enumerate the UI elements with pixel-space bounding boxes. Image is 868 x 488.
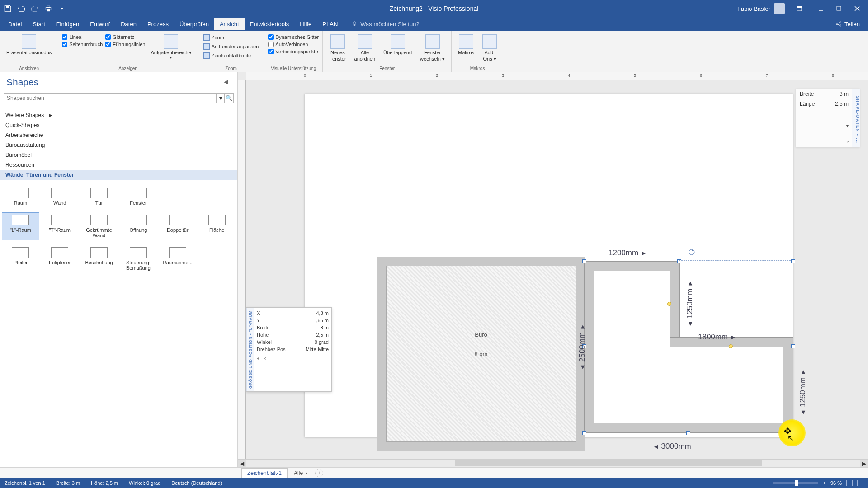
window-button[interactable]: Fensterwechseln ▾ — [417, 33, 448, 63]
maximize-button[interactable] — [832, 3, 846, 14]
zoom-level[interactable]: 96 % — [830, 480, 842, 486]
sp-row[interactable]: Breite3 m — [257, 324, 329, 331]
shape-master[interactable]: "L"-Raum — [2, 212, 39, 240]
menu-ansicht[interactable]: Ansicht — [214, 18, 245, 30]
zoom-item[interactable]: An Fenster anpassen — [202, 42, 261, 51]
horizontal-scrollbar[interactable]: ◀ ▶ — [238, 459, 868, 467]
share-button[interactable]: Teilen — [830, 19, 865, 29]
menu-datei[interactable]: Datei — [3, 18, 27, 30]
menu-hilfe[interactable]: Hilfe — [294, 18, 317, 30]
stencil-item[interactable]: Wände, Türen und Fenster — [0, 170, 237, 180]
shape-master[interactable]: Gekrümmte Wand — [80, 212, 118, 240]
shape-master[interactable]: Raumabme... — [159, 245, 196, 273]
shape-master[interactable]: Raum — [2, 185, 39, 208]
checkbox-seitenumbruch[interactable]: Seitenumbruch — [62, 42, 103, 47]
checkbox-autoverbinden[interactable]: AutoVerbinden — [268, 42, 319, 47]
sp-row[interactable]: Y1,65 m — [257, 317, 329, 324]
window-button[interactable]: Überlappend — [381, 33, 415, 58]
macros-button[interactable]: Makros — [455, 33, 477, 58]
menu-daten[interactable]: Daten — [115, 18, 142, 30]
rotate-handle-icon[interactable] — [688, 249, 695, 256]
checkbox-dynamisches-gitter[interactable]: Dynamisches Gitter — [268, 34, 319, 40]
zoom-slider[interactable] — [773, 482, 818, 484]
sd-row[interactable]: Breite3 m — [796, 89, 859, 99]
undo-icon[interactable] — [17, 5, 25, 13]
shape-master[interactable]: Doppeltür — [159, 212, 196, 240]
menu-überprüfen[interactable]: Überprüfen — [174, 18, 214, 30]
room-buero[interactable]: Büro 8 qm — [377, 257, 585, 451]
menu-start[interactable]: Start — [27, 18, 50, 30]
status-language[interactable]: Deutsch (Deutschland) — [171, 480, 222, 486]
sd-row[interactable]: Länge2,5 m — [796, 99, 859, 109]
stencil-item[interactable]: Ressourcen — [0, 160, 237, 170]
menu-plan[interactable]: PLAN — [317, 18, 343, 30]
scroll-left-icon[interactable]: ◀ — [238, 460, 246, 467]
shape-master[interactable]: Beschriftung — [80, 245, 118, 273]
tell-me-search[interactable] — [348, 19, 445, 29]
window-button[interactable]: NeuesFenster — [326, 33, 349, 63]
search-go-icon[interactable]: 🔍 — [225, 93, 234, 103]
shape-data-panel[interactable]: Breite3 mLänge2,5 m SHAPE-DATEN - ... ▼ … — [796, 89, 860, 147]
shape-master[interactable]: Öffnung — [120, 212, 157, 240]
stencil-item[interactable]: Weitere Shapes▶ — [0, 110, 237, 120]
sp-add-icon[interactable]: + — [257, 356, 259, 361]
zoom-out-icon[interactable]: − — [766, 480, 769, 486]
macros-button[interactable]: Add-Ons ▾ — [480, 33, 500, 63]
sp-close-icon[interactable]: × — [263, 356, 266, 361]
shape-master[interactable]: Fläche — [198, 212, 236, 240]
scroll-thumb[interactable] — [455, 460, 762, 466]
shape-master[interactable]: Fenster — [120, 185, 157, 208]
zoom-in-icon[interactable]: + — [823, 480, 826, 486]
all-pages-button[interactable]: Alle ▲ — [290, 470, 312, 476]
sd-expand-icon[interactable]: ▼ — [845, 124, 849, 128]
menu-einfügen[interactable]: Einfügen — [51, 18, 85, 30]
shapes-search-input[interactable] — [4, 93, 217, 103]
shape-master[interactable]: Steuerung: Bemaßung — [120, 245, 157, 273]
scroll-right-icon[interactable]: ▶ — [860, 460, 868, 467]
qat-customize-icon[interactable]: ▾ — [58, 5, 66, 13]
sp-row[interactable]: Drehbez PosMitte-Mitte — [257, 346, 329, 353]
task-panes-button[interactable]: Aufgabenbereiche▾ — [148, 33, 193, 62]
menu-prozess[interactable]: Prozess — [142, 18, 174, 30]
shape-master[interactable]: Wand — [41, 185, 79, 208]
close-button[interactable] — [850, 3, 864, 14]
checkbox-führungslinien[interactable]: Führungslinien — [105, 42, 145, 47]
drawing-page[interactable]: Büro 8 qm — [305, 94, 793, 437]
checkbox-lineal[interactable]: Lineal — [62, 34, 103, 40]
user-account[interactable]: Fabio Basler — [737, 3, 785, 14]
size-position-panel[interactable]: GRÖSSE UND POSITION - "L"-RAUM X4,8 mY1,… — [246, 307, 332, 392]
stencil-item[interactable]: Quick-Shapes — [0, 120, 237, 130]
collapse-panel-icon[interactable]: ◀ — [224, 79, 231, 86]
page-tab[interactable]: Zeichenblatt-1 — [241, 468, 288, 478]
checkbox-gitternetz[interactable]: Gitternetz — [105, 34, 145, 40]
stencil-item[interactable]: Büroausstattung — [0, 140, 237, 150]
window-button[interactable]: Alleanordnen — [352, 33, 378, 63]
search-dropdown-icon[interactable]: ▾ — [217, 93, 225, 103]
sd-close-icon[interactable]: × — [847, 139, 849, 144]
stencil-item[interactable]: Arbeitsbereiche — [0, 130, 237, 140]
save-icon[interactable] — [4, 5, 12, 13]
shape-master[interactable]: Pfeiler — [2, 245, 39, 273]
macro-record-icon[interactable] — [233, 480, 239, 486]
shape-master[interactable]: Tür — [80, 185, 118, 208]
drawing-surface[interactable]: Büro 8 qm — [246, 80, 868, 459]
fit-window-icon[interactable] — [846, 480, 853, 486]
print-icon[interactable] — [44, 5, 52, 13]
shape-master[interactable]: Eckpfeiler — [41, 245, 79, 273]
presentation-mode-button[interactable]: Präsentationsmodus — [4, 33, 54, 57]
redo-icon[interactable] — [31, 5, 39, 13]
ribbon-display-icon[interactable] — [792, 3, 807, 14]
zoom-item[interactable]: Zoom — [202, 33, 261, 42]
minimize-button[interactable] — [814, 3, 828, 14]
checkbox-verbindungspunkte[interactable]: Verbindungspunkte — [268, 49, 319, 54]
stencil-item[interactable]: Büromöbel — [0, 150, 237, 160]
tell-me-input[interactable] — [360, 21, 442, 28]
switch-window-icon[interactable] — [857, 480, 863, 486]
sp-row[interactable]: Höhe2,5 m — [257, 331, 329, 338]
zoom-item[interactable]: Zeichenblattbreite — [202, 52, 261, 60]
menu-entwicklertools[interactable]: Entwicklertools — [245, 18, 295, 30]
add-page-button[interactable]: + — [315, 469, 323, 477]
menu-entwurf[interactable]: Entwurf — [85, 18, 115, 30]
sp-row[interactable]: Winkel0 grad — [257, 338, 329, 346]
view-mode-icon[interactable] — [755, 480, 761, 486]
